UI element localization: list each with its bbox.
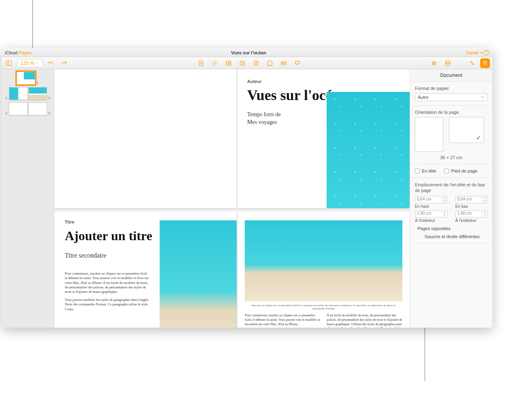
callout-line-top xyxy=(32,0,33,48)
table-button[interactable] xyxy=(224,58,233,68)
page-dimensions: 36 × 27 cm xyxy=(415,155,487,160)
orientation-portrait[interactable] xyxy=(415,117,443,152)
page-2[interactable]: Titre Ajouter un titre Titre secondaire … xyxy=(54,211,237,328)
sidebar-toggle-button[interactable] xyxy=(4,58,14,68)
insert-button[interactable] xyxy=(210,58,220,68)
app-window: iCloud Pages Vues sur l'océan Daniel ? 1… xyxy=(2,48,492,328)
page-blank-left[interactable] xyxy=(54,69,237,208)
user-name: Daniel xyxy=(466,50,479,55)
facing-pages-checkbox[interactable]: Pages opposées xyxy=(415,226,487,231)
margin-inside-label: À l'intérieur xyxy=(415,218,447,223)
page-3[interactable]: Touchez ou cliquez sur ce paramètre fict… xyxy=(237,211,410,328)
zoom-dropdown[interactable]: 125 % xyxy=(17,59,43,67)
zoom-value: 125 % xyxy=(21,60,34,66)
brand: iCloud Pages xyxy=(5,50,31,55)
author-label: Auteur xyxy=(247,79,410,84)
media-button[interactable] xyxy=(279,58,289,68)
margin-bottom-input[interactable]: 0,64 cm▲▼ xyxy=(455,196,488,203)
wide-beach-image[interactable] xyxy=(245,220,402,301)
thumbnail-page-3[interactable] xyxy=(28,87,47,100)
svg-point-19 xyxy=(447,63,448,64)
chart-button[interactable] xyxy=(237,58,247,68)
body-paragraph[interactable]: Vous pouvez modifier les styles de parag… xyxy=(65,298,150,311)
thumbnail-page-4[interactable] xyxy=(9,102,28,115)
margin-outside-input[interactable]: 1,90 cm▲▼ xyxy=(455,210,488,217)
undo-button[interactable] xyxy=(46,58,56,68)
page-number: 1 xyxy=(36,81,39,85)
toolbar: 125 % xyxy=(2,57,492,69)
body-paragraph[interactable]: Pour commencer, touchez ou cliquez sur c… xyxy=(65,271,150,294)
page-number: 3 xyxy=(48,96,51,100)
more-button[interactable] xyxy=(443,58,453,68)
svg-point-16 xyxy=(434,62,436,64)
header-checkbox[interactable]: En-tête xyxy=(415,168,436,173)
svg-rect-13 xyxy=(281,62,286,65)
paper-format-label: Format de papier xyxy=(415,86,487,91)
redo-button[interactable] xyxy=(59,58,69,68)
inspector-panel: Document Format de papier Autre Orientat… xyxy=(410,69,492,328)
thumbnail-page-2[interactable] xyxy=(9,87,28,100)
svg-point-18 xyxy=(446,63,447,64)
brand-prefix: iCloud xyxy=(5,50,19,55)
margin-outside-label: À l'extérieur xyxy=(455,218,488,223)
cover-image[interactable] xyxy=(327,92,410,208)
margin-top-label: En haut xyxy=(415,204,447,209)
inspector-tab-document[interactable]: Document xyxy=(410,69,492,82)
orientation-landscape[interactable] xyxy=(449,117,484,143)
beach-image[interactable] xyxy=(160,220,237,328)
paper-format-select[interactable]: Autre xyxy=(415,93,487,101)
footer-checkbox[interactable]: Pied de page xyxy=(444,168,477,173)
margin-bottom-label: En bas xyxy=(455,204,488,209)
help-icon[interactable]: ? xyxy=(483,50,489,55)
chevron-down-icon xyxy=(480,51,483,54)
document-inspector-button[interactable] xyxy=(480,58,490,68)
collaborate-button[interactable] xyxy=(429,58,439,68)
text-button[interactable] xyxy=(251,58,261,68)
add-page-button[interactable] xyxy=(196,58,206,68)
shape-button[interactable] xyxy=(265,58,275,68)
svg-point-15 xyxy=(432,62,434,64)
different-lr-checkbox[interactable]: Gauche et droite différentes xyxy=(422,234,487,239)
user-menu[interactable]: Daniel xyxy=(466,50,483,55)
page-number: 2 xyxy=(5,96,8,100)
titlebar: iCloud Pages Vues sur l'océan Daniel ? xyxy=(2,48,492,57)
document-canvas[interactable]: Auteur Vues sur l'océan Temps forts de M… xyxy=(54,69,410,328)
paper-format-value: Autre xyxy=(418,95,428,100)
chevron-down-icon xyxy=(481,95,485,99)
insert-group xyxy=(196,58,302,68)
svg-point-20 xyxy=(449,63,449,64)
document-title: Vues sur l'océan xyxy=(31,50,466,55)
svg-rect-0 xyxy=(6,61,12,65)
thumbnail-page-1[interactable] xyxy=(17,72,35,85)
thumbnails-panel: 1 2 3 4 5 xyxy=(2,69,54,328)
body-column-2[interactable]: Il est facile de modifier du texte, de p… xyxy=(327,313,403,328)
image-caption[interactable]: Touchez ou cliquez sur ce paramètre fict… xyxy=(245,304,402,310)
thumbnail-page-5[interactable] xyxy=(28,102,47,115)
body-column-1[interactable]: Pour commencer, touchez ou cliquez sur c… xyxy=(245,313,321,328)
page-number: 4 xyxy=(5,111,8,115)
margin-top-input[interactable]: 0,64 cm▲▼ xyxy=(415,196,447,203)
brand-suffix: Pages xyxy=(19,50,31,55)
page-cover[interactable]: Auteur Vues sur l'océan Temps forts de M… xyxy=(237,69,410,208)
format-inspector-button[interactable] xyxy=(467,58,477,68)
hf-position-label: Emplacement de l'en-tête et du bas de pa… xyxy=(415,182,487,194)
orientation-label: Orientation de la page xyxy=(415,110,487,115)
chevron-down-icon xyxy=(36,62,39,65)
comment-button[interactable] xyxy=(293,58,302,68)
page-number: 5 xyxy=(48,111,51,115)
margin-inside-input[interactable]: 1,90 cm▲▼ xyxy=(415,210,447,217)
